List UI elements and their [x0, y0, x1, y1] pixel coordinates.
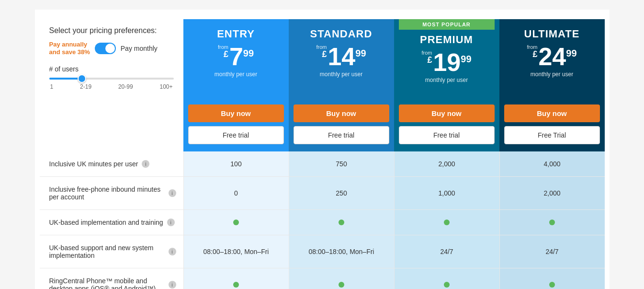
- ultimate-per-user: monthly per user: [504, 71, 600, 78]
- feature-freephone-entry: 0: [183, 177, 289, 210]
- feature-freephone-info-icon[interactable]: i: [169, 189, 176, 197]
- feature-freephone-standard: 250: [289, 177, 394, 210]
- feature-uk-minutes-standard: 750: [289, 151, 394, 177]
- entry-plan-header: ENTRY from £ 7 99 monthly per user: [183, 19, 289, 100]
- pricing-container: Select your pricing preferences: Pay ann…: [35, 10, 610, 289]
- feature-app-entry-dot: [233, 282, 239, 288]
- feature-app-premium-dot: [444, 282, 450, 288]
- feature-uk-minutes-label: Inclusive UK minutes per user i: [40, 151, 183, 177]
- feature-freephone-text: Inclusive free-phone inbound minutes per…: [49, 185, 165, 201]
- feature-implementation-premium-dot: [444, 220, 450, 225]
- standard-plan-header: STANDARD from £ 14 99 monthly per user: [289, 19, 394, 100]
- premium-price-decimal: 99: [461, 54, 471, 65]
- selector-buttons-spacer: [40, 100, 183, 151]
- monthly-label: Pay monthly: [121, 45, 158, 52]
- entry-per-user: monthly per user: [188, 71, 284, 78]
- standard-from-text: from: [316, 44, 327, 50]
- feature-support-standard: 08:00–18:00, Mon–Fri: [289, 235, 394, 268]
- slider-track: [49, 78, 174, 80]
- feature-uk-minutes-info-icon[interactable]: i: [142, 160, 149, 168]
- selector-title: Select your pricing preferences:: [49, 26, 174, 35]
- feature-app-standard-dot: [339, 282, 344, 288]
- premium-per-user: monthly per user: [399, 77, 495, 83]
- ultimate-price-block: from £ 24 99: [504, 44, 600, 69]
- standard-buttons-cell: Buy now Free trial: [289, 100, 394, 151]
- premium-price-block: from £ 19 99: [399, 50, 495, 75]
- standard-plan-name: STANDARD: [294, 28, 389, 40]
- feature-app-entry: [183, 268, 289, 289]
- premium-currency: £: [427, 56, 432, 64]
- standard-buy-now-button[interactable]: Buy now: [294, 104, 389, 122]
- ultimate-price-decimal: 99: [566, 48, 576, 59]
- ultimate-plan-header: ULTIMATE from £ 24 99 monthly per user: [499, 19, 605, 100]
- standard-per-user: monthly per user: [294, 71, 389, 78]
- slider-label-1: 1: [50, 83, 54, 90]
- standard-price-decimal: 99: [355, 48, 366, 59]
- slider-label-2-19: 2-19: [80, 83, 91, 90]
- billing-toggle[interactable]: [95, 43, 116, 54]
- feature-uk-minutes-ultimate: 4,000: [499, 151, 605, 177]
- entry-free-trial-button[interactable]: Free trial: [188, 126, 284, 144]
- feature-uk-minutes-entry: 100: [183, 151, 289, 177]
- ultimate-currency: £: [532, 50, 537, 58]
- entry-buy-now-button[interactable]: Buy now: [188, 104, 284, 122]
- feature-freephone-label: Inclusive free-phone inbound minutes per…: [40, 177, 183, 210]
- premium-buy-now-button[interactable]: Buy now: [399, 104, 495, 122]
- feature-implementation-ultimate-dot: [549, 220, 555, 225]
- feature-app-info-icon[interactable]: i: [169, 281, 176, 289]
- entry-plan-name: ENTRY: [188, 28, 284, 40]
- feature-app-ultimate: [499, 268, 605, 289]
- users-label: # of users: [49, 65, 174, 73]
- premium-plan-name: PREMIUM: [399, 34, 495, 46]
- billing-toggle-row: Pay annuallyand save 38% Pay monthly: [49, 41, 174, 56]
- entry-currency: £: [224, 50, 228, 58]
- standard-price-block: from £ 14 99: [294, 44, 389, 69]
- feature-implementation-info-icon[interactable]: i: [167, 219, 175, 226]
- slider-container: 1 2-19 20-99 100+: [49, 78, 174, 90]
- ultimate-price-from: from £: [527, 44, 537, 58]
- feature-implementation-standard-dot: [339, 220, 344, 225]
- feature-app-standard: [289, 268, 394, 289]
- standard-free-trial-button[interactable]: Free trial: [294, 126, 389, 144]
- ultimate-plan-name: ULTIMATE: [504, 28, 600, 40]
- slider-label-20-99: 20-99: [118, 83, 133, 90]
- feature-support-ultimate: 24/7: [499, 235, 605, 268]
- entry-buttons-cell: Buy now Free trial: [183, 100, 289, 151]
- slider-thumb[interactable]: [78, 74, 86, 83]
- ultimate-price-main: 24: [538, 44, 566, 69]
- feature-app-text: RingCentral Phone™ mobile and desktop ap…: [49, 277, 165, 289]
- entry-price-block: from £ 7 99: [188, 44, 284, 69]
- feature-support-text: UK-based support and new system implemen…: [49, 244, 165, 259]
- slider-labels: 1 2-19 20-99 100+: [49, 83, 174, 90]
- feature-support-premium: 24/7: [394, 235, 499, 268]
- feature-uk-minutes-text: Inclusive UK minutes per user: [49, 160, 138, 168]
- slider-label-100plus: 100+: [159, 83, 172, 90]
- feature-implementation-premium: [394, 210, 499, 235]
- premium-free-trial-button[interactable]: Free trial: [399, 126, 495, 144]
- entry-price-main: 7: [229, 44, 243, 69]
- ultimate-free-trial-button[interactable]: Free Trial: [504, 126, 600, 144]
- premium-plan-header: MOST POPULAR PREMIUM from £ 19 99 monthl…: [394, 19, 499, 100]
- feature-implementation-standard: [289, 210, 394, 235]
- pricing-table: Select your pricing preferences: Pay ann…: [40, 19, 605, 289]
- ultimate-buttons-cell: Buy now Free Trial: [499, 100, 605, 151]
- most-popular-badge: MOST POPULAR: [399, 19, 495, 30]
- feature-freephone-ultimate: 2,000: [499, 177, 605, 210]
- standard-currency: £: [322, 50, 327, 58]
- entry-from-text: from: [218, 44, 228, 50]
- feature-freephone-premium: 1,000: [394, 177, 499, 210]
- ultimate-buy-now-button[interactable]: Buy now: [504, 104, 600, 122]
- feature-implementation-entry-dot: [233, 220, 239, 225]
- feature-support-label: UK-based support and new system implemen…: [40, 235, 183, 268]
- feature-support-info-icon[interactable]: i: [169, 248, 176, 255]
- premium-buttons-cell: Buy now Free trial: [394, 100, 499, 151]
- entry-price-decimal: 99: [243, 48, 254, 59]
- premium-price-from: from £: [421, 50, 432, 64]
- premium-from-text: from: [421, 50, 432, 56]
- standard-price-main: 14: [328, 44, 355, 69]
- slider-fill: [49, 78, 80, 80]
- entry-price-from: from £: [218, 44, 228, 58]
- premium-price-main: 19: [433, 50, 461, 75]
- standard-price-from: from £: [316, 44, 327, 58]
- save-text: Pay annuallyand save 38%: [49, 41, 90, 56]
